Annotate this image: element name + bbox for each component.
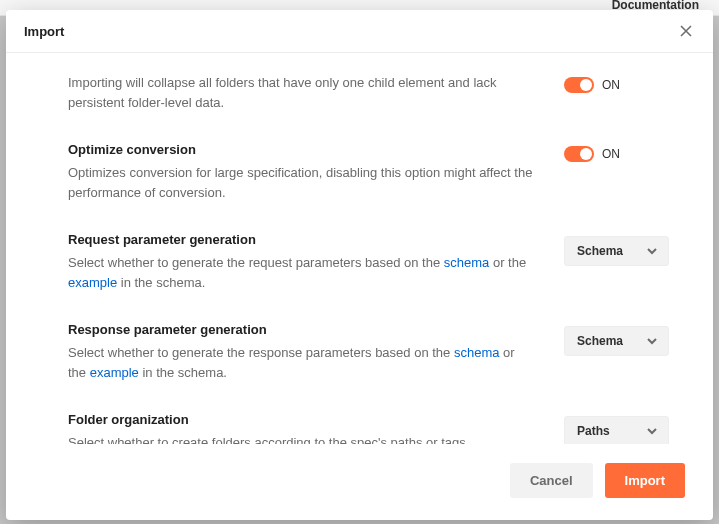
import-modal: Import Importing will collapse all folde… bbox=[6, 10, 713, 520]
desc-text: Select whether to generate the request p… bbox=[68, 255, 444, 270]
option-text: Importing will collapse all folders that… bbox=[68, 73, 534, 112]
option-description: Select whether to create folders accordi… bbox=[68, 433, 534, 444]
option-control: Schema bbox=[564, 232, 669, 266]
option-control: ON bbox=[564, 73, 669, 93]
option-description: Select whether to generate the request p… bbox=[68, 253, 534, 292]
option-description: Importing will collapse all folders that… bbox=[68, 73, 534, 112]
option-control: Schema bbox=[564, 322, 669, 356]
schema-link[interactable]: schema bbox=[444, 255, 490, 270]
select-value: Schema bbox=[577, 244, 623, 258]
toggle-thumb bbox=[580, 79, 592, 91]
chevron-down-icon bbox=[646, 245, 658, 257]
option-text: Folder organization Select whether to cr… bbox=[68, 412, 534, 444]
option-control: ON bbox=[564, 142, 669, 162]
modal-footer: Cancel Import bbox=[6, 444, 713, 520]
close-button[interactable] bbox=[675, 20, 697, 42]
option-optimize-conversion: Optimize conversion Optimizes conversion… bbox=[68, 142, 669, 202]
option-response-param-generation: Response parameter generation Select whe… bbox=[68, 322, 669, 382]
modal-body[interactable]: Importing will collapse all folders that… bbox=[6, 53, 713, 444]
option-text: Optimize conversion Optimizes conversion… bbox=[68, 142, 534, 202]
desc-text: Select whether to generate the response … bbox=[68, 345, 454, 360]
option-text: Request parameter generation Select whet… bbox=[68, 232, 534, 292]
folder-org-select[interactable]: Paths bbox=[564, 416, 669, 444]
option-description: Select whether to generate the response … bbox=[68, 343, 534, 382]
option-description: Optimizes conversion for large specifica… bbox=[68, 163, 534, 202]
option-collapse-folders: Importing will collapse all folders that… bbox=[68, 73, 669, 112]
option-title: Optimize conversion bbox=[68, 142, 534, 157]
select-value: Schema bbox=[577, 334, 623, 348]
toggle-track bbox=[564, 146, 594, 162]
close-icon bbox=[679, 24, 693, 38]
response-param-select[interactable]: Schema bbox=[564, 326, 669, 356]
toggle-track bbox=[564, 77, 594, 93]
select-value: Paths bbox=[577, 424, 610, 438]
desc-text: in the schema. bbox=[139, 365, 227, 380]
option-request-param-generation: Request parameter generation Select whet… bbox=[68, 232, 669, 292]
option-title: Folder organization bbox=[68, 412, 534, 427]
modal-body-wrap: Importing will collapse all folders that… bbox=[6, 53, 713, 444]
desc-text: in the schema. bbox=[117, 275, 205, 290]
toggle-label: ON bbox=[602, 147, 620, 161]
option-title: Response parameter generation bbox=[68, 322, 534, 337]
option-folder-organization: Folder organization Select whether to cr… bbox=[68, 412, 669, 444]
option-text: Response parameter generation Select whe… bbox=[68, 322, 534, 382]
example-link[interactable]: example bbox=[90, 365, 139, 380]
desc-text: or the bbox=[489, 255, 526, 270]
request-param-select[interactable]: Schema bbox=[564, 236, 669, 266]
optimize-toggle[interactable]: ON bbox=[564, 146, 620, 162]
schema-link[interactable]: schema bbox=[454, 345, 500, 360]
modal-header: Import bbox=[6, 10, 713, 53]
example-link[interactable]: example bbox=[68, 275, 117, 290]
chevron-down-icon bbox=[646, 335, 658, 347]
option-title: Request parameter generation bbox=[68, 232, 534, 247]
modal-title: Import bbox=[24, 24, 64, 39]
chevron-down-icon bbox=[646, 425, 658, 437]
collapse-toggle[interactable]: ON bbox=[564, 77, 620, 93]
toggle-label: ON bbox=[602, 78, 620, 92]
option-control: Paths bbox=[564, 412, 669, 444]
cancel-button[interactable]: Cancel bbox=[510, 463, 593, 498]
import-button[interactable]: Import bbox=[605, 463, 685, 498]
toggle-thumb bbox=[580, 148, 592, 160]
